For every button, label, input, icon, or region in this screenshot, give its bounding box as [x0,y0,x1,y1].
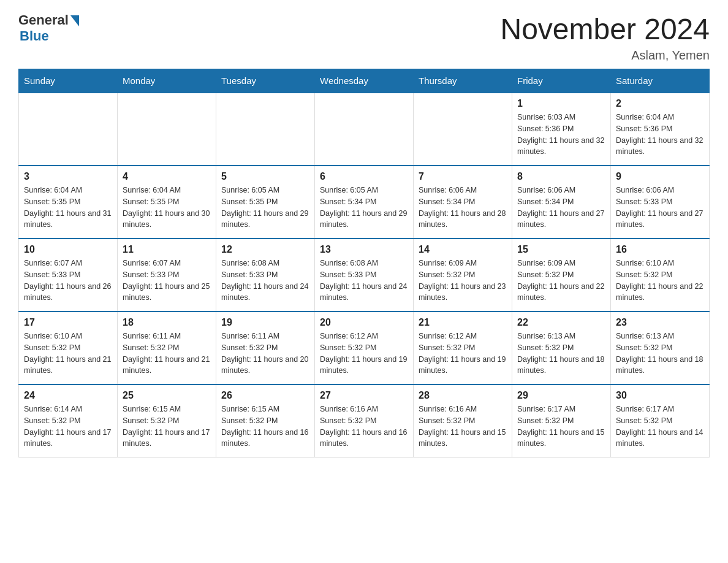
calendar-cell: 26Sunrise: 6:15 AM Sunset: 5:32 PM Dayli… [216,385,315,458]
day-number: 19 [221,317,309,328]
calendar-week-row: 1Sunrise: 6:03 AM Sunset: 5:36 PM Daylig… [19,93,710,166]
day-number: 3 [24,171,112,182]
day-number: 8 [517,171,605,182]
month-title: November 2024 [500,12,710,46]
day-number: 16 [616,244,704,255]
day-info: Sunrise: 6:12 AM Sunset: 5:32 PM Dayligh… [419,331,507,377]
calendar-cell: 10Sunrise: 6:07 AM Sunset: 5:33 PM Dayli… [19,239,118,312]
day-number: 27 [320,390,408,401]
day-number: 17 [24,317,112,328]
calendar-cell: 20Sunrise: 6:12 AM Sunset: 5:32 PM Dayli… [315,312,414,385]
day-info: Sunrise: 6:11 AM Sunset: 5:32 PM Dayligh… [221,331,309,377]
day-info: Sunrise: 6:07 AM Sunset: 5:33 PM Dayligh… [24,258,112,304]
day-number: 1 [517,98,605,109]
day-info: Sunrise: 6:11 AM Sunset: 5:32 PM Dayligh… [123,331,211,377]
calendar-cell: 27Sunrise: 6:16 AM Sunset: 5:32 PM Dayli… [315,385,414,458]
day-info: Sunrise: 6:17 AM Sunset: 5:32 PM Dayligh… [517,404,605,450]
calendar-cell: 5Sunrise: 6:05 AM Sunset: 5:35 PM Daylig… [216,166,315,239]
day-info: Sunrise: 6:15 AM Sunset: 5:32 PM Dayligh… [221,404,309,450]
day-info: Sunrise: 6:06 AM Sunset: 5:34 PM Dayligh… [419,185,507,231]
day-info: Sunrise: 6:16 AM Sunset: 5:32 PM Dayligh… [320,404,408,450]
calendar-cell: 13Sunrise: 6:08 AM Sunset: 5:33 PM Dayli… [315,239,414,312]
day-info: Sunrise: 6:04 AM Sunset: 5:36 PM Dayligh… [616,112,704,158]
weekday-header-wednesday: Wednesday [315,69,414,93]
calendar-week-row: 3Sunrise: 6:04 AM Sunset: 5:35 PM Daylig… [19,166,710,239]
day-number: 24 [24,390,112,401]
calendar-cell: 15Sunrise: 6:09 AM Sunset: 5:32 PM Dayli… [512,239,611,312]
calendar-cell: 18Sunrise: 6:11 AM Sunset: 5:32 PM Dayli… [118,312,216,385]
calendar-cell: 12Sunrise: 6:08 AM Sunset: 5:33 PM Dayli… [216,239,315,312]
calendar-table: SundayMondayTuesdayWednesdayThursdayFrid… [18,69,710,458]
day-number: 20 [320,317,408,328]
calendar-cell: 2Sunrise: 6:04 AM Sunset: 5:36 PM Daylig… [611,93,710,166]
day-info: Sunrise: 6:06 AM Sunset: 5:34 PM Dayligh… [517,185,605,231]
calendar-cell: 30Sunrise: 6:17 AM Sunset: 5:32 PM Dayli… [611,385,710,458]
day-number: 26 [221,390,309,401]
day-info: Sunrise: 6:16 AM Sunset: 5:32 PM Dayligh… [419,404,507,450]
day-number: 22 [517,317,605,328]
day-info: Sunrise: 6:14 AM Sunset: 5:32 PM Dayligh… [24,404,112,450]
calendar-cell: 28Sunrise: 6:16 AM Sunset: 5:32 PM Dayli… [414,385,512,458]
location-label: Aslam, Yemen [500,48,710,63]
calendar-cell: 21Sunrise: 6:12 AM Sunset: 5:32 PM Dayli… [414,312,512,385]
calendar-cell: 22Sunrise: 6:13 AM Sunset: 5:32 PM Dayli… [512,312,611,385]
calendar-header: SundayMondayTuesdayWednesdayThursdayFrid… [19,69,710,93]
day-number: 21 [419,317,507,328]
day-info: Sunrise: 6:05 AM Sunset: 5:34 PM Dayligh… [320,185,408,231]
day-number: 14 [419,244,507,255]
day-info: Sunrise: 6:08 AM Sunset: 5:33 PM Dayligh… [221,258,309,304]
day-number: 2 [616,98,704,109]
day-info: Sunrise: 6:05 AM Sunset: 5:35 PM Dayligh… [221,185,309,231]
logo: General Blue [18,12,79,44]
page-header: General Blue November 2024 Aslam, Yemen [18,12,710,63]
logo-blue-text: Blue [20,28,49,44]
calendar-body: 1Sunrise: 6:03 AM Sunset: 5:36 PM Daylig… [19,93,710,458]
title-section: November 2024 Aslam, Yemen [500,12,710,63]
calendar-week-row: 17Sunrise: 6:10 AM Sunset: 5:32 PM Dayli… [19,312,710,385]
calendar-cell: 17Sunrise: 6:10 AM Sunset: 5:32 PM Dayli… [19,312,118,385]
day-number: 12 [221,244,309,255]
calendar-cell: 6Sunrise: 6:05 AM Sunset: 5:34 PM Daylig… [315,166,414,239]
calendar-cell [216,93,315,166]
day-info: Sunrise: 6:13 AM Sunset: 5:32 PM Dayligh… [616,331,704,377]
day-number: 5 [221,171,309,182]
calendar-cell: 29Sunrise: 6:17 AM Sunset: 5:32 PM Dayli… [512,385,611,458]
day-number: 13 [320,244,408,255]
day-number: 18 [123,317,211,328]
day-number: 29 [517,390,605,401]
day-number: 28 [419,390,507,401]
day-info: Sunrise: 6:10 AM Sunset: 5:32 PM Dayligh… [24,331,112,377]
calendar-cell [414,93,512,166]
day-number: 15 [517,244,605,255]
day-number: 23 [616,317,704,328]
calendar-cell: 19Sunrise: 6:11 AM Sunset: 5:32 PM Dayli… [216,312,315,385]
calendar-cell: 16Sunrise: 6:10 AM Sunset: 5:32 PM Dayli… [611,239,710,312]
calendar-cell [19,93,118,166]
calendar-cell: 25Sunrise: 6:15 AM Sunset: 5:32 PM Dayli… [118,385,216,458]
calendar-cell [315,93,414,166]
logo-triangle-icon [70,15,79,26]
day-info: Sunrise: 6:13 AM Sunset: 5:32 PM Dayligh… [517,331,605,377]
day-number: 7 [419,171,507,182]
calendar-cell: 1Sunrise: 6:03 AM Sunset: 5:36 PM Daylig… [512,93,611,166]
weekday-header-thursday: Thursday [414,69,512,93]
calendar-cell [118,93,216,166]
day-info: Sunrise: 6:09 AM Sunset: 5:32 PM Dayligh… [517,258,605,304]
weekday-header-monday: Monday [118,69,216,93]
calendar-week-row: 10Sunrise: 6:07 AM Sunset: 5:33 PM Dayli… [19,239,710,312]
day-info: Sunrise: 6:04 AM Sunset: 5:35 PM Dayligh… [123,185,211,231]
weekday-header-friday: Friday [512,69,611,93]
day-info: Sunrise: 6:03 AM Sunset: 5:36 PM Dayligh… [517,112,605,158]
day-number: 4 [123,171,211,182]
day-number: 6 [320,171,408,182]
calendar-cell: 7Sunrise: 6:06 AM Sunset: 5:34 PM Daylig… [414,166,512,239]
calendar-cell: 23Sunrise: 6:13 AM Sunset: 5:32 PM Dayli… [611,312,710,385]
day-number: 30 [616,390,704,401]
day-number: 11 [123,244,211,255]
weekday-header-tuesday: Tuesday [216,69,315,93]
calendar-cell: 24Sunrise: 6:14 AM Sunset: 5:32 PM Dayli… [19,385,118,458]
weekday-header-row: SundayMondayTuesdayWednesdayThursdayFrid… [19,69,710,93]
day-info: Sunrise: 6:17 AM Sunset: 5:32 PM Dayligh… [616,404,704,450]
calendar-week-row: 24Sunrise: 6:14 AM Sunset: 5:32 PM Dayli… [19,385,710,458]
calendar-cell: 11Sunrise: 6:07 AM Sunset: 5:33 PM Dayli… [118,239,216,312]
